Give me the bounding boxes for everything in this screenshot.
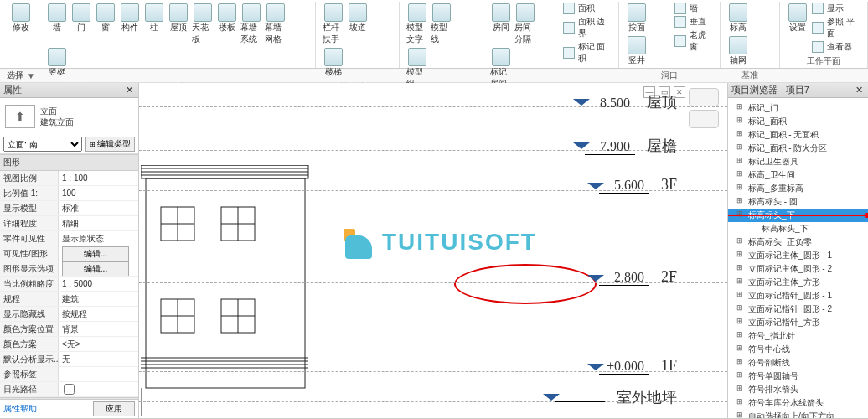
prop-row[interactable]: 颜色方案<无> [0,337,138,352]
type-name: 立面 [40,106,74,116]
tree-item[interactable]: 立面标记主体_圆形 - 2 [728,262,868,276]
ribbon-标记 面积[interactable]: 标记 面积 [563,40,613,65]
tree-item[interactable]: 符号车库分水线箭头 [728,396,868,410]
level-line[interactable]: 室外地坪 [139,401,727,402]
tree-item[interactable]: 标记_门 [728,101,868,115]
tree-item[interactable]: 符号单圆轴号 [728,370,868,383]
ribbon-轴网[interactable]: 轴网 [727,36,749,66]
properties-help[interactable]: 属性帮助 [3,403,88,415]
tree-item[interactable]: 符号_指北针 [728,329,868,343]
ribbon-坡道[interactable]: 坡道 [347,3,369,45]
viewcube-icon[interactable] [689,88,719,106]
ribbon-修改[interactable]: 修改 [10,3,32,34]
prop-row[interactable]: 日光路径 [0,382,138,397]
ribbon-天花板[interactable]: 天花板 [192,3,214,45]
level-line[interactable]: 2.8002F [139,282,727,283]
tree-item[interactable]: 标记_面积 [728,115,868,128]
tree-item[interactable]: 标高标头_正负零 [728,235,868,249]
prop-row[interactable]: 参照标签 [0,367,138,382]
highlight-circle [454,264,597,304]
tree-item[interactable]: 标记卫生器具 [728,155,868,168]
tree-item[interactable]: 立面标记指针_方形 [728,316,868,329]
level-name: 屋檐 [647,136,677,156]
ribbon-模型线[interactable]: 模型线 [431,3,452,45]
level-elevation: 7.900 [585,139,635,155]
level-name: 3F [661,176,677,194]
tree-item[interactable]: 符号排水箭头 [728,383,868,396]
ribbon-参照 平面[interactable]: 参照 平面 [812,15,862,40]
tree-item[interactable]: 标高标头 - 圆 [728,195,868,209]
tree-item[interactable]: 符号中心线 [728,343,868,356]
ribbon-标高[interactable]: 标高 [727,3,749,34]
ribbon-竖井[interactable]: 竖井 [626,36,648,66]
tree-item[interactable]: 符号剖断线 [728,356,868,370]
ribbon-面积 边界[interactable]: 面积 边界 [563,15,613,40]
prop-row[interactable]: 视图比例1 : 100 [0,171,138,186]
select-label[interactable]: 选择 [7,70,23,81]
ribbon-按面[interactable]: 按面 [626,3,648,34]
ribbon-房间分隔[interactable]: 房间分隔 [514,3,536,45]
tree-item[interactable]: 标高_卫生间 [728,168,868,182]
ribbon-模型文字[interactable]: 模型文字 [406,3,428,45]
prop-row[interactable]: 零件可见性显示原状态 [0,231,138,246]
ribbon-墙[interactable]: 墙 [46,3,68,45]
level-line[interactable]: 5.6003F [139,190,727,191]
prop-row[interactable]: 图形显示选项编辑... [0,261,138,277]
ribbon-屋顶[interactable]: 屋顶 [168,3,189,45]
level-line[interactable]: ±0.0001F [139,371,727,372]
level-name: 室外地坪 [617,387,677,407]
prop-row[interactable]: 可见性/图形编辑... [0,246,138,261]
ribbon-墙[interactable]: 墙 [674,2,714,15]
prop-row[interactable]: 当比例粗略度1 : 5000 [0,277,138,292]
ribbon-垂直[interactable]: 垂直 [674,15,714,28]
ribbon-竖梃[interactable]: 竖梃 [46,48,68,78]
type-selector[interactable]: ⬆ 立面 建筑立面 [0,98,138,135]
ribbon-幕墙网格[interactable]: 幕墙网格 [265,3,287,45]
ribbon-楼板[interactable]: 楼板 [216,3,238,45]
level-elevation [555,401,605,402]
tree-item[interactable]: 立面标记指针_圆形 - 2 [728,303,868,316]
ribbon-柱[interactable]: 柱 [143,3,165,45]
prop-row[interactable]: 详细程度精细 [0,216,138,231]
ribbon-楼梯[interactable]: 楼梯 [323,48,344,78]
panel-title-text: 属性 [3,84,22,96]
prop-group-header[interactable]: 图形 [0,154,138,171]
apply-button[interactable]: 应用 [93,401,135,416]
edit-type-button[interactable]: ⊞ 编辑类型 [85,137,135,152]
ribbon-构件[interactable]: 构件 [119,3,141,45]
tree-item[interactable]: 立面标记主体_方形 [728,276,868,289]
tree-item[interactable]: 标高_多重标高 [728,182,868,195]
ribbon-窗[interactable]: 窗 [95,3,116,45]
prop-row[interactable]: 默认分析显示...无 [0,352,138,367]
close-icon[interactable]: ✕ [123,85,135,96]
prop-row[interactable]: 显示隐藏线按规程 [0,307,138,322]
prop-row[interactable]: 规程建筑 [0,292,138,307]
level-elevation: ±0.000 [599,359,649,375]
tree-item[interactable]: 标记_面积 - 无面积 [728,128,868,142]
ribbon-栏杆扶手[interactable]: 栏杆扶手 [323,3,344,45]
ribbon-房间[interactable]: 房间 [490,3,512,45]
nav-wheel-icon[interactable] [689,110,719,128]
ribbon-查看器[interactable]: 查看器 [812,40,862,54]
tree-item[interactable]: 自动选择向上/向下方向 [728,410,868,418]
tree-item[interactable]: 标高标头_下 [728,222,868,235]
watermark: TUITUISOFT [340,225,537,259]
tree-item[interactable]: 标记_面积 - 防火分区 [728,142,868,155]
prop-row[interactable]: 显示模型标准 [0,201,138,216]
prop-row[interactable]: 比例值 1:100 [0,186,138,201]
prop-row[interactable]: 颜色方案位置背景 [0,322,138,337]
view-selector[interactable]: 立面: 南 [3,137,82,152]
ribbon-幕墙系统[interactable]: 幕墙系统 [240,3,262,45]
drawing-canvas[interactable]: — ▭ ✕ TUITUISOFT 8.500屋顶7.900屋檐5.6003F2.… [139,83,727,418]
level-line[interactable]: 8.500屋顶 [139,106,727,107]
tree-item[interactable]: 立面标记主体_圆形 - 1 [728,249,868,262]
ribbon-设置[interactable]: 设置 [787,3,809,52]
tree-item[interactable]: 立面标记指针_圆形 - 1 [728,289,868,303]
ribbon-显示[interactable]: 显示 [812,2,862,15]
close-icon[interactable]: ✕ [853,85,865,96]
ribbon-门[interactable]: 门 [70,3,92,45]
ribbon-老虎窗[interactable]: 老虎窗 [674,28,714,54]
level-name: 屋顶 [647,92,677,112]
ribbon-面积[interactable]: 面积 [563,2,613,15]
level-line[interactable]: 7.900屋檐 [139,150,727,151]
